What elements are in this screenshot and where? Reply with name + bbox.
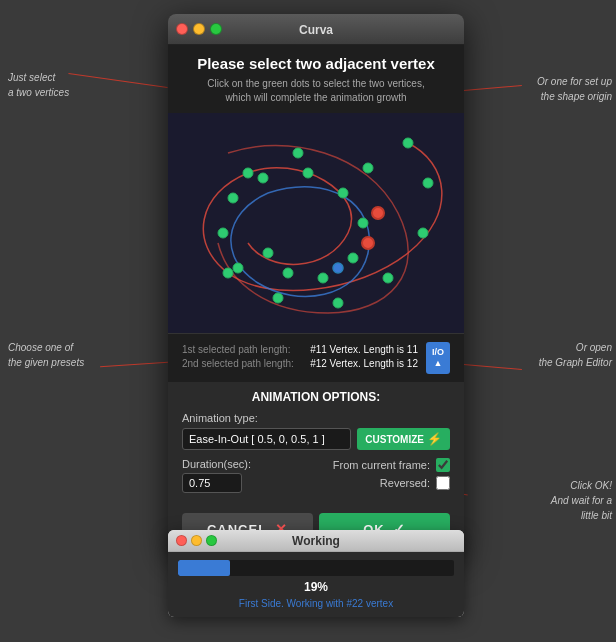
- svg-point-23: [362, 237, 374, 249]
- customize-icon: ⚡: [427, 432, 442, 446]
- duration-group: Duration(sec):: [182, 458, 251, 493]
- working-body: 19% First Side. Working with #22 vertex: [168, 552, 464, 617]
- reversed-row: Reversed:: [380, 476, 450, 490]
- svg-point-24: [333, 263, 343, 273]
- path-label-1: 1st selected path length:: [182, 344, 290, 355]
- working-title-bar: Working: [168, 530, 464, 552]
- annotation-click-ok: Click OK! And wait for a little bit: [551, 478, 612, 523]
- path-value-2: #12 Vertex. Length is 12: [310, 358, 418, 369]
- duration-input[interactable]: [182, 473, 242, 493]
- close-button[interactable]: [176, 23, 188, 35]
- svg-point-4: [363, 163, 373, 173]
- animation-type-row: Ease-In-Out [ 0.5, 0, 0.5, 1 ] Linear [ …: [182, 428, 450, 450]
- arrow-line-choose: [100, 362, 168, 368]
- annotation-or-one: Or one for set up the shape origin: [537, 74, 612, 104]
- svg-point-8: [383, 273, 393, 283]
- curve-canvas: [168, 113, 464, 333]
- annotation-or-open: Or open the Graph Editor: [539, 340, 612, 370]
- svg-point-17: [358, 218, 368, 228]
- title-bar: Curva: [168, 14, 464, 45]
- svg-point-21: [263, 248, 273, 258]
- from-current-row: From current frame:: [333, 458, 450, 472]
- animation-type-label: Animation type:: [182, 412, 450, 424]
- svg-point-14: [258, 173, 268, 183]
- customize-button[interactable]: CUSTOMIZE ⚡: [357, 428, 450, 450]
- path-info-section: 1st selected path length: #11 Vertex. Le…: [168, 333, 464, 382]
- svg-rect-0: [168, 113, 464, 333]
- path-value-1: #11 Vertex. Length is 11: [310, 344, 418, 355]
- minimize-button[interactable]: [193, 23, 205, 35]
- annotation-just-select: Just select a two vertices: [8, 70, 69, 100]
- working-status: First Side. Working with #22 vertex: [178, 598, 454, 609]
- main-dialog: Curva Please select two adjacent vertex …: [168, 14, 464, 555]
- working-title-buttons: [176, 535, 217, 546]
- svg-point-1: [223, 268, 233, 278]
- animation-type-select[interactable]: Ease-In-Out [ 0.5, 0, 0.5, 1 ] Linear [ …: [182, 428, 351, 450]
- svg-point-10: [273, 293, 283, 303]
- arrow-line-just-select: [68, 73, 167, 88]
- animation-options-section: ANIMATION OPTIONS: Animation type: Ease-…: [168, 382, 464, 507]
- path-label-2: 2nd selected path length:: [182, 358, 294, 369]
- path-row-1: 1st selected path length: #11 Vertex. Le…: [182, 344, 418, 355]
- header-subtitle: Click on the green dots to select the tw…: [182, 77, 450, 105]
- from-current-checkbox[interactable]: [436, 458, 450, 472]
- svg-point-7: [418, 228, 428, 238]
- svg-point-6: [423, 178, 433, 188]
- svg-point-13: [228, 193, 238, 203]
- dialog-header: Please select two adjacent vertex Click …: [168, 45, 464, 113]
- svg-point-5: [403, 138, 413, 148]
- title-bar-buttons: [176, 23, 222, 35]
- working-min-button[interactable]: [191, 535, 202, 546]
- svg-point-3: [293, 148, 303, 158]
- path-row-2: 2nd selected path length: #12 Vertex. Le…: [182, 358, 418, 369]
- working-dialog: Working 19% First Side. Working with #22…: [168, 530, 464, 617]
- path-icon[interactable]: I/O ▲: [426, 342, 450, 374]
- working-close-button[interactable]: [176, 535, 187, 546]
- working-title-text: Working: [292, 534, 340, 548]
- svg-point-18: [348, 253, 358, 263]
- svg-point-9: [333, 298, 343, 308]
- progress-bar-bg: [178, 560, 454, 576]
- svg-point-2: [243, 168, 253, 178]
- options-row: Duration(sec): From current frame: Rever…: [182, 458, 450, 493]
- svg-point-16: [338, 188, 348, 198]
- working-max-button[interactable]: [206, 535, 217, 546]
- annotation-choose: Choose one of the given presets: [8, 340, 84, 370]
- from-current-label: From current frame:: [333, 459, 430, 471]
- animation-options-title: ANIMATION OPTIONS:: [182, 390, 450, 404]
- path-rows: 1st selected path length: #11 Vertex. Le…: [182, 344, 418, 372]
- right-options: From current frame: Reversed:: [333, 458, 450, 490]
- svg-point-22: [372, 207, 384, 219]
- svg-point-15: [303, 168, 313, 178]
- duration-label: Duration(sec):: [182, 458, 251, 470]
- reversed-checkbox[interactable]: [436, 476, 450, 490]
- reversed-label: Reversed:: [380, 477, 430, 489]
- svg-point-12: [218, 228, 228, 238]
- svg-point-20: [283, 268, 293, 278]
- progress-bar-fill: [178, 560, 230, 576]
- header-title: Please select two adjacent vertex: [182, 55, 450, 72]
- canvas-area[interactable]: [168, 113, 464, 333]
- maximize-button[interactable]: [210, 23, 222, 35]
- svg-point-11: [233, 263, 243, 273]
- window-title: Curva: [299, 23, 333, 37]
- svg-point-19: [318, 273, 328, 283]
- progress-percent: 19%: [178, 580, 454, 594]
